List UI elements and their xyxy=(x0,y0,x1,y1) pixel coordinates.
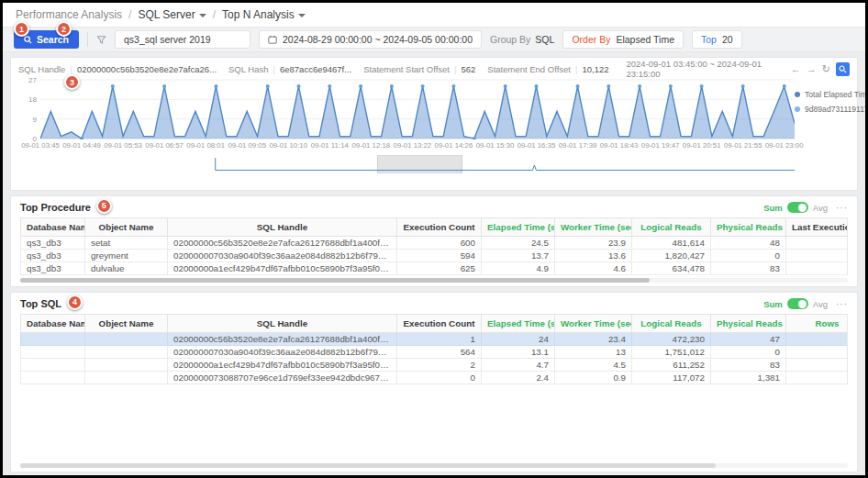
x-axis-tick: 09-01 11:14 xyxy=(311,141,349,150)
elapsed-time-chart[interactable]: 091827 xyxy=(40,79,795,139)
column-header[interactable]: Database Name xyxy=(21,218,85,237)
table-row[interactable]: qs3_db3greyment020000007030a9040f39c36aa… xyxy=(21,250,849,262)
column-header[interactable]: Object Name xyxy=(85,315,168,333)
info-divider: | xyxy=(575,64,577,74)
column-header[interactable]: Rows xyxy=(786,315,849,333)
table-cell: 0.9 xyxy=(555,372,632,384)
data-point[interactable] xyxy=(783,84,786,88)
data-point[interactable] xyxy=(504,84,507,88)
table-row[interactable]: qs3_db3dulvalue02000000a1ecf429b47df67af… xyxy=(21,262,849,275)
data-point[interactable] xyxy=(700,84,704,88)
table-cell: qs3_db3 xyxy=(21,237,85,250)
table-row[interactable]: 02000000c56b3520e8e2e7afca26127688dbf1a4… xyxy=(21,333,849,346)
sum-avg-toggle[interactable] xyxy=(787,298,808,309)
column-header[interactable]: Execution Count xyxy=(397,218,482,237)
data-point[interactable] xyxy=(266,84,270,88)
data-point[interactable] xyxy=(421,84,425,88)
filter-icon[interactable] xyxy=(96,35,106,45)
column-header[interactable]: Worker Time (sec) xyxy=(555,315,632,333)
column-header[interactable]: Physical Reads xyxy=(711,218,786,237)
data-point[interactable] xyxy=(111,84,115,88)
table-cell xyxy=(85,372,168,384)
chart-area: 091827 09-01 03:4509-01 04:4909-01 05:53… xyxy=(18,79,795,173)
column-header[interactable]: Logical Reads xyxy=(632,218,711,237)
table-cell xyxy=(21,372,85,384)
data-point[interactable] xyxy=(328,84,331,88)
table-cell: 2.4 xyxy=(482,372,555,384)
table-row[interactable]: 020000007030a9040f39c36aa2e084d882b12b6f… xyxy=(21,346,849,359)
data-point[interactable] xyxy=(390,84,394,88)
scrollbar-thumb[interactable] xyxy=(20,463,716,468)
data-point[interactable] xyxy=(451,84,455,88)
column-header[interactable]: Object Name xyxy=(85,218,168,237)
chart-legend: Total Elapsed Time9d89ad7311191175bb1... xyxy=(795,79,868,173)
instance-selector[interactable]: qs3_sql server 2019 xyxy=(115,30,250,49)
top-sql-panel: Top SQL 4 Sum Avg ··· Database NameObjec… xyxy=(10,292,858,472)
more-options-icon[interactable]: ··· xyxy=(836,299,848,309)
data-point[interactable] xyxy=(214,84,217,88)
table-cell: 4.7 xyxy=(482,359,555,372)
table-cell: 117,072 xyxy=(632,372,711,384)
table-cell: 564 xyxy=(397,346,482,359)
order-by-control[interactable]: Order By Elapsed Time xyxy=(562,30,684,49)
data-point[interactable] xyxy=(297,84,301,88)
column-header[interactable]: Worker Time (sec) xyxy=(555,218,632,237)
column-header[interactable]: Database Name xyxy=(21,315,85,333)
end-offset-value: 10,122 xyxy=(582,64,608,74)
table-row[interactable]: 0200000073088707e96ce1d769ef33ee942dbdc9… xyxy=(21,372,849,384)
legend-item[interactable]: Total Elapsed Time xyxy=(795,90,868,99)
table-cell xyxy=(21,359,85,372)
column-header[interactable]: Elapsed Time (sec) xyxy=(482,218,555,237)
table-row[interactable]: qs3_db3setat02000000c56b3520e8e2e7afca26… xyxy=(21,237,849,250)
forward-arrow-icon[interactable]: → xyxy=(807,64,817,74)
column-header[interactable]: SQL Handle xyxy=(168,218,397,237)
data-point[interactable] xyxy=(669,84,673,88)
data-point[interactable] xyxy=(606,84,610,88)
data-point[interactable] xyxy=(162,84,166,88)
column-header[interactable]: Execution Count xyxy=(397,315,482,333)
avg-label: Avg xyxy=(813,203,828,213)
magnifier-icon xyxy=(839,65,847,73)
table-cell: setat xyxy=(85,237,168,250)
top-n-control[interactable]: Top 20 xyxy=(692,30,742,49)
top-sql-hscrollbar xyxy=(20,463,848,468)
table-cell: 13.7 xyxy=(482,250,555,262)
breadcrumb-performance-analysis[interactable]: Performance Analysis xyxy=(16,8,122,21)
breadcrumb-sql-server[interactable]: SQL Server xyxy=(138,8,206,21)
top-sql-empty-space xyxy=(11,384,857,461)
sql-handle-value[interactable]: 02000000c56b3520e8e2e7afca26... xyxy=(77,64,217,74)
x-axis-tick: 09-01 16:35 xyxy=(517,141,556,150)
scrollbar-thumb[interactable] xyxy=(20,278,650,283)
data-point[interactable] xyxy=(741,84,745,88)
content-area: 3 SQL Handle | 02000000c56b3520e8e2e7afc… xyxy=(3,52,865,477)
table-cell xyxy=(786,346,849,359)
column-header[interactable]: Elapsed Time (sec) xyxy=(482,315,555,333)
legend-dot-icon xyxy=(795,106,800,112)
breadcrumb-top-n-analysis[interactable]: Top N Analysis xyxy=(222,8,306,21)
sum-avg-toggle[interactable] xyxy=(787,202,808,213)
chart-brush[interactable] xyxy=(40,155,795,173)
column-header[interactable]: Logical Reads xyxy=(632,315,711,333)
group-by-control[interactable]: Group By SQL xyxy=(490,34,554,45)
zoom-select-button[interactable] xyxy=(836,62,850,76)
column-header[interactable]: Physical Reads xyxy=(711,315,786,333)
back-arrow-icon[interactable]: ← xyxy=(791,64,801,74)
sql-hash-value[interactable]: 6e87acc6e9467f... xyxy=(280,64,351,74)
chart-nav-icons: ← → ↻ xyxy=(791,62,850,76)
date-range-picker[interactable]: 2024-08-29 00:00:00 ~ 2024-09-05 00:00:0… xyxy=(259,30,482,49)
column-header[interactable]: SQL Handle xyxy=(168,315,397,333)
table-row[interactable]: 02000000a1ecf429b47df67afbb010c5890b7f3a… xyxy=(21,359,849,372)
data-point[interactable] xyxy=(359,84,362,88)
sql-hash-info: SQL Hash | 6e87acc6e9467f... xyxy=(228,64,351,74)
column-header[interactable]: Last Execution End xyxy=(786,218,849,237)
legend-label: Total Elapsed Time xyxy=(805,90,868,99)
data-point[interactable] xyxy=(534,84,538,88)
y-axis-tick: 18 xyxy=(28,95,37,104)
data-point[interactable] xyxy=(638,84,641,88)
data-point[interactable] xyxy=(576,84,580,88)
refresh-icon[interactable]: ↻ xyxy=(822,64,830,74)
more-options-icon[interactable]: ··· xyxy=(836,203,848,213)
table-cell: qs3_db3 xyxy=(21,250,85,262)
legend-item[interactable]: 9d89ad7311191175bb1... xyxy=(795,105,868,114)
calendar-icon xyxy=(268,35,277,44)
